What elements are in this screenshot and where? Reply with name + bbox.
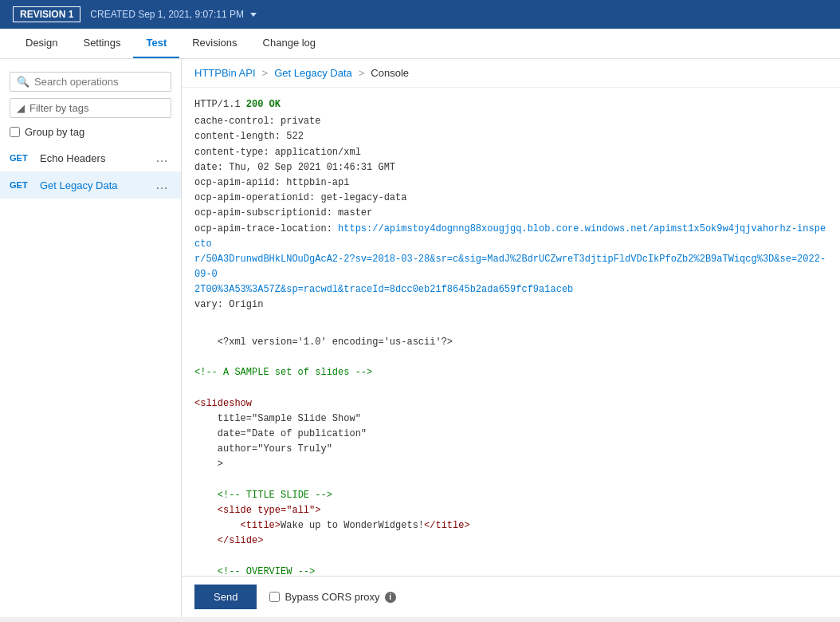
xml-slideshow-open: <slideshow [194,396,827,411]
xml-line-1: <?xml version='1.0' encoding='us-ascii'?… [194,335,827,350]
search-input[interactable] [34,76,164,88]
sidebar: 🔍 ◢ Filter by tags Group by tag GET Echo… [0,59,182,617]
tab-changelog[interactable]: Change log [250,29,329,58]
send-button[interactable]: Send [194,585,257,609]
operation-name-2: Get Legacy Data [40,179,146,191]
xml-comment-2: <!-- TITLE SLIDE --> [194,488,827,503]
method-badge-get-2: GET [10,180,33,190]
header-apim-subscriptionid: ocp-apim-subscriptionid: master [194,206,827,221]
xml-slide1-open: <slide type="all"> [194,503,827,518]
list-item-get-legacy-data[interactable]: GET Get Legacy Data … [0,171,181,199]
filter-box[interactable]: ◢ Filter by tags [10,98,171,118]
bypass-cors-label: Bypass CORS proxy [285,591,379,603]
header-date: date: Thu, 02 Sep 2021 01:46:31 GMT [194,160,827,175]
bottom-bar: Send Bypass CORS proxy i [182,576,840,617]
created-info: CREATED Sep 1, 2021, 9:07:11 PM [90,9,257,20]
xml-slideshow-author: author="Yours Truly" [194,442,827,457]
xml-slideshow-gt: > [194,457,827,472]
method-badge-get: GET [10,153,33,163]
xml-slideshow-date: date="Date of publication" [194,427,827,442]
search-box[interactable]: 🔍 [10,72,171,92]
http-status-line: HTTP/1.1 200 OK [194,97,827,112]
bypass-cors-container: Bypass CORS proxy i [269,591,395,603]
revision-badge: REVISION 1 [13,6,80,22]
content-area: HTTPBin API > Get Legacy Data > Console … [182,59,840,617]
tab-revisions[interactable]: Revisions [179,29,249,58]
operation-name: Echo Headers [40,152,146,164]
xml-comment-1: <!-- A SAMPLE set of slides --> [194,365,827,380]
filter-icon: ◢ [17,102,25,114]
header-content-length: content-length: 522 [194,129,827,144]
tab-design[interactable]: Design [13,29,70,58]
bypass-cors-checkbox[interactable] [269,592,280,602]
breadcrumb-api[interactable]: HTTPBin API [194,67,256,79]
info-icon[interactable]: i [385,592,396,603]
breadcrumb-operation[interactable]: Get Legacy Data [274,67,352,79]
tab-test[interactable]: Test [133,29,179,58]
header-cache-control: cache-control: private [194,114,827,129]
header-apim-trace: ocp-apim-trace-location: https://apimsto… [194,222,827,298]
header-content-type: content-type: application/xml [194,145,827,160]
filter-label: Filter by tags [29,102,88,114]
chevron-down-icon[interactable] [250,13,257,17]
nav-tabs: Design Settings Test Revisions Change lo… [0,29,840,59]
header-vary: vary: Origin [194,297,827,313]
xml-slideshow-title: title="Sample Slide Show" [194,411,827,427]
breadcrumb-current: Console [371,67,409,79]
breadcrumb-sep-1: > [262,67,269,79]
list-item-echo-headers[interactable]: GET Echo Headers … [0,144,181,171]
created-text: CREATED Sep 1, 2021, 9:07:11 PM [90,9,244,20]
http-version: HTTP/1.1 [194,99,246,110]
tab-settings[interactable]: Settings [70,29,133,58]
group-by-tag: Group by tag [0,124,181,144]
breadcrumb-sep-2: > [359,67,365,79]
group-by-checkbox[interactable] [10,127,20,137]
header-apim-apiid: ocp-apim-apiid: httpbin-api [194,175,827,191]
xml-slide1-close: </slide> [194,533,827,549]
main-layout: 🔍 ◢ Filter by tags Group by tag GET Echo… [0,59,840,617]
xml-slide1-title: <title>Wake up to WonderWidgets!</title> [194,518,827,533]
group-by-label: Group by tag [25,126,84,138]
xml-comment-3: <!-- OVERVIEW --> [194,565,827,576]
console-area: HTTP/1.1 200 OK cache-control: private c… [182,88,840,576]
search-icon: 🔍 [17,76,29,88]
dots-menu-echo[interactable]: … [152,151,171,165]
header-apim-operationid: ocp-apim-operationid: get-legacy-data [194,191,827,206]
top-bar: REVISION 1 CREATED Sep 1, 2021, 9:07:11 … [0,0,840,29]
breadcrumb: HTTPBin API > Get Legacy Data > Console [182,59,840,88]
status-code: 200 OK [246,99,281,110]
xml-content: <?xml version='1.0' encoding='us-ascii'?… [194,335,827,576]
dots-menu-legacy[interactable]: … [152,178,171,192]
